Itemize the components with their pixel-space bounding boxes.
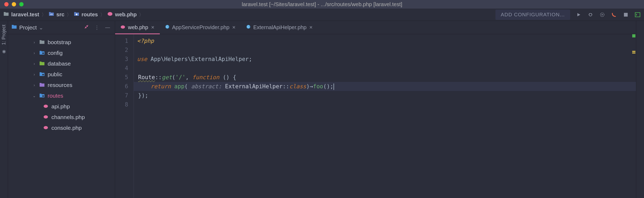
chevron-right-icon: › bbox=[32, 62, 36, 66]
phone-icon[interactable] bbox=[611, 12, 617, 18]
elephant-icon bbox=[120, 25, 125, 30]
code-line-8[interactable] bbox=[137, 100, 636, 109]
project-tree: › bootstrap › config › database › public… bbox=[8, 34, 115, 133]
run-icon[interactable] bbox=[575, 12, 582, 18]
breadcrumb-separator-icon: 〉 bbox=[41, 12, 46, 18]
svg-point-1 bbox=[76, 14, 77, 15]
code-line-7[interactable]: }); bbox=[137, 91, 636, 100]
tab-label: web.php bbox=[128, 24, 148, 31]
status-marker-ok bbox=[632, 34, 635, 37]
line-number: 7 bbox=[115, 91, 128, 100]
code-line-3[interactable]: use App\Helpers\ExternalApiHelper; bbox=[137, 55, 636, 64]
project-tool-tab[interactable]: 1: Project bbox=[1, 23, 7, 47]
svg-point-17 bbox=[121, 25, 125, 29]
svg-rect-9 bbox=[624, 13, 628, 17]
navigation-bar: laravel.test 〉 </> src 〉 routes 〉 web.ph… bbox=[0, 9, 644, 21]
line-number: 6 bbox=[115, 82, 128, 91]
breadcrumb-separator-icon: 〉 bbox=[67, 12, 71, 18]
chevron-down-icon[interactable]: ⌄ bbox=[39, 24, 43, 31]
svg-text:</>: </> bbox=[50, 13, 52, 15]
tree-folder-routes[interactable]: ⌄ routes bbox=[8, 90, 115, 101]
error-stripe[interactable] bbox=[632, 34, 635, 54]
tree-label: routes bbox=[48, 93, 63, 99]
space bbox=[171, 83, 174, 90]
tree-folder-public[interactable]: › public bbox=[8, 69, 115, 80]
breadcrumb-routes[interactable]: routes bbox=[74, 12, 98, 18]
add-configuration-button[interactable]: ADD CONFIGURATION... bbox=[495, 10, 570, 20]
window-controls bbox=[0, 2, 24, 6]
tree-file-channels[interactable]: channels.php bbox=[8, 112, 115, 123]
code-editor[interactable]: 1 2 3 4 5 6 7 8 <?php use App\Helpers\Ex… bbox=[115, 34, 636, 198]
space bbox=[222, 83, 225, 90]
window-title: laravel.test [~/Sites/laravel.test] - ..… bbox=[242, 1, 402, 7]
class-route: Route bbox=[138, 74, 155, 81]
close-icon[interactable]: ✕ bbox=[232, 25, 236, 30]
maximize-window-button[interactable] bbox=[19, 2, 24, 6]
tree-folder-resources[interactable]: › resources bbox=[8, 80, 115, 90]
debug-icon[interactable] bbox=[587, 12, 594, 18]
chevron-right-icon: › bbox=[32, 83, 36, 87]
tree-label: bootstrap bbox=[48, 39, 71, 45]
string-lit: '/' bbox=[175, 74, 185, 81]
close-icon[interactable]: ✕ bbox=[309, 25, 313, 30]
paren: ( bbox=[172, 74, 175, 81]
elephant-icon bbox=[43, 114, 49, 120]
folder-globe-icon bbox=[39, 71, 45, 78]
code-line-5[interactable]: Route::get('/', function () { bbox=[137, 73, 636, 82]
warning-marker[interactable] bbox=[632, 52, 635, 54]
editor-tabs: web.php ✕ C AppServiceProvider.php ✕ C E… bbox=[115, 21, 636, 34]
indent bbox=[137, 83, 151, 90]
chevron-right-icon: › bbox=[32, 72, 36, 77]
svg-line-7 bbox=[591, 13, 592, 14]
code-content[interactable]: <?php use App\Helpers\ExternalApiHelper;… bbox=[134, 34, 636, 198]
code-line-6[interactable]: return app( abstract: ExternalApiHelper:… bbox=[134, 82, 636, 91]
close-window-button[interactable] bbox=[4, 2, 9, 6]
tree-label: public bbox=[48, 71, 62, 78]
more-icon[interactable]: ⋮ bbox=[93, 25, 101, 31]
code-line-1[interactable]: <?php bbox=[137, 36, 636, 45]
coverage-icon[interactable] bbox=[599, 12, 605, 18]
tab-external-api-helper[interactable]: C ExternalApiHelper.php ✕ bbox=[241, 21, 318, 34]
tab-app-service-provider[interactable]: C AppServiceProvider.php ✕ bbox=[160, 21, 241, 34]
stop-icon[interactable] bbox=[623, 12, 629, 18]
collapse-icon[interactable] bbox=[83, 25, 90, 30]
project-view-icon bbox=[11, 24, 17, 31]
warning-marker[interactable] bbox=[632, 51, 635, 52]
routes-folder-icon bbox=[74, 12, 79, 18]
folder-resource-icon bbox=[39, 82, 45, 88]
structure-icon[interactable]: ◉ bbox=[2, 49, 6, 54]
tree-folder-database[interactable]: › database bbox=[8, 58, 115, 69]
svg-point-15 bbox=[44, 115, 48, 119]
code-line-4[interactable] bbox=[137, 64, 636, 73]
breadcrumb-src[interactable]: </> src bbox=[48, 12, 65, 18]
comma: , bbox=[185, 74, 192, 81]
breadcrumb-file[interactable]: web.php bbox=[107, 12, 137, 18]
editor-area: web.php ✕ C AppServiceProvider.php ✕ C E… bbox=[115, 21, 636, 198]
minimize-window-button[interactable] bbox=[12, 2, 16, 6]
tree-folder-bootstrap[interactable]: › bootstrap bbox=[8, 37, 115, 48]
svg-rect-10 bbox=[635, 13, 640, 17]
right-tool-rail bbox=[636, 21, 644, 198]
folder-db-icon bbox=[39, 61, 45, 67]
code-line-2[interactable] bbox=[137, 45, 636, 55]
line-number: 4 bbox=[115, 64, 128, 73]
method-foo: foo bbox=[313, 83, 323, 90]
php-folder-icon: </> bbox=[48, 12, 54, 18]
tree-label: channels.php bbox=[51, 114, 85, 120]
project-panel-header: Project ⌄ ⋮ — bbox=[8, 21, 115, 34]
php-class-icon: C bbox=[246, 25, 251, 30]
line-number: 5 bbox=[115, 73, 128, 82]
breadcrumb-label: web.php bbox=[115, 12, 137, 18]
terminal-icon[interactable] bbox=[634, 12, 641, 18]
text-cursor bbox=[334, 83, 334, 90]
tab-web-php[interactable]: web.php ✕ bbox=[115, 21, 160, 34]
line-number: 8 bbox=[115, 100, 128, 109]
folder-route-icon bbox=[39, 93, 45, 99]
tree-file-api[interactable]: api.php bbox=[8, 101, 115, 112]
breadcrumb-root[interactable]: laravel.test bbox=[3, 12, 39, 18]
tree-folder-config[interactable]: › config bbox=[8, 48, 115, 58]
minimize-panel-icon[interactable]: — bbox=[104, 25, 112, 30]
tree-file-console[interactable]: console.php bbox=[8, 123, 115, 133]
close-icon[interactable]: ✕ bbox=[151, 25, 154, 30]
elephant-icon bbox=[43, 104, 49, 110]
